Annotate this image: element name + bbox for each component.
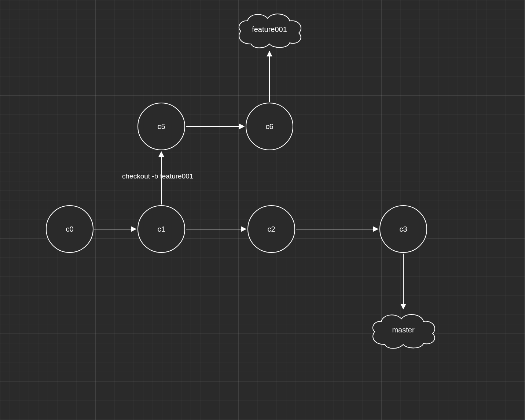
commit-node-c5: c5 bbox=[137, 103, 185, 150]
edge-label-checkout: checkout -b feature001 bbox=[122, 172, 193, 180]
commit-node-c3: c3 bbox=[379, 205, 427, 253]
commit-label: c3 bbox=[399, 225, 407, 233]
branch-cloud-master: master bbox=[367, 310, 440, 350]
commit-label: c2 bbox=[267, 225, 275, 233]
commit-node-c1: c1 bbox=[137, 205, 185, 253]
commit-label: c0 bbox=[66, 225, 73, 233]
commit-label: c6 bbox=[265, 122, 273, 131]
commit-node-c2: c2 bbox=[247, 205, 295, 253]
branch-cloud-feature001: feature001 bbox=[233, 9, 306, 49]
branch-label: master bbox=[392, 326, 414, 334]
diagram-canvas: c0 c1 c2 c3 c5 c6 feature001 master chec… bbox=[0, 0, 525, 420]
commit-node-c0: c0 bbox=[46, 205, 93, 253]
branch-label: feature001 bbox=[252, 25, 287, 34]
commit-label: c1 bbox=[157, 225, 165, 233]
commit-label: c5 bbox=[157, 122, 165, 131]
commit-node-c6: c6 bbox=[246, 103, 293, 150]
